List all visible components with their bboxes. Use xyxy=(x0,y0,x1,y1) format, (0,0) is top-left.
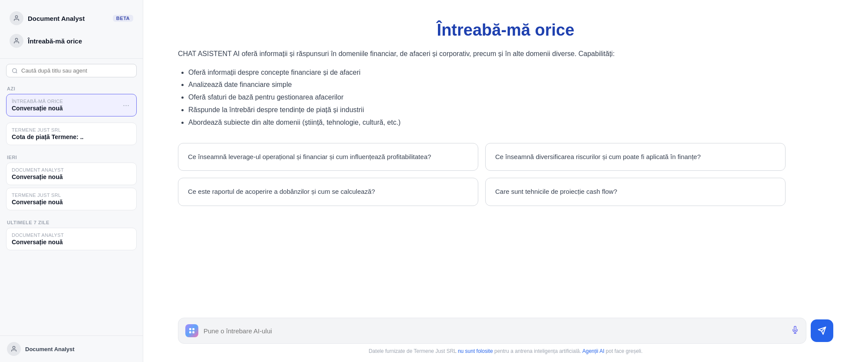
sidebar-section-today: Azi Întreabă-mă orice Conversație nouă ·… xyxy=(0,83,143,123)
conv-title-y1: Conversație nouă xyxy=(12,173,131,180)
send-button[interactable] xyxy=(811,319,833,342)
sidebar-section-yesterday: Ieri Document Analyst Conversație nouă T… xyxy=(0,151,143,216)
conv-agent-termene: TERMENE JUST SRL xyxy=(12,127,131,133)
search-input[interactable] xyxy=(21,67,131,74)
suggestion-card-2[interactable]: Ce este raportul de acoperire a dobânzil… xyxy=(178,178,478,206)
sidebar: Document Analyst BETA Întreabă-mă orice … xyxy=(0,0,143,362)
svg-point-4 xyxy=(13,346,15,349)
suggestion-card-0[interactable]: Ce înseamnă leverage-ul operațional și f… xyxy=(178,143,478,171)
svg-point-2 xyxy=(13,68,16,72)
conv-item-inner-l1: Document Analyst Conversație nouă xyxy=(12,232,131,246)
conv-agent-y1: Document Analyst xyxy=(12,167,131,173)
section-label-today: Azi xyxy=(6,83,137,94)
conv-item-termene[interactable]: TERMENE JUST SRL Cota de piață Termene: … xyxy=(6,123,137,145)
sidebar-bottom-label: Document Analyst xyxy=(25,346,75,352)
section-label-yesterday: Ieri xyxy=(6,151,137,163)
footer-text-end: pot face greșeli. xyxy=(604,348,642,354)
svg-rect-8 xyxy=(192,331,194,333)
sidebar-nav-ask-anything[interactable]: Întreabă-mă orice xyxy=(7,30,136,51)
capabilities-list: Oferă informații despre concepte financi… xyxy=(178,66,833,129)
list-item: Răspunde la întrebări despre tendințe de… xyxy=(188,104,833,116)
sidebar-top: Document Analyst BETA Întreabă-mă orice xyxy=(0,0,143,59)
conv-title: Conversație nouă xyxy=(12,105,118,112)
footer-link-not-used[interactable]: nu sunt folosite xyxy=(458,348,493,354)
document-analyst-avatar-icon xyxy=(10,11,23,25)
svg-rect-6 xyxy=(192,328,194,330)
chat-footer: Datele furnizate de Termene Just SRL nu … xyxy=(178,348,833,354)
suggestion-card-1[interactable]: Ce înseamnă diversificarea riscurilor și… xyxy=(485,143,786,171)
main-description: CHAT ASISTENT AI oferă informații și răs… xyxy=(178,48,786,60)
conv-title-l1: Conversație nouă xyxy=(12,239,131,246)
suggestion-card-3[interactable]: Care sunt tehnicile de proiecție cash fl… xyxy=(485,178,786,206)
footer-text-after: pentru a antrena inteligența artificială… xyxy=(493,348,582,354)
send-icon xyxy=(818,326,826,335)
chat-ai-icon xyxy=(185,324,198,337)
sidebar-section-last7: Ultimele 7 zile Document Analyst Convers… xyxy=(0,216,143,256)
nav-ask-avatar-icon xyxy=(10,34,23,48)
section-label-last7: Ultimele 7 zile xyxy=(6,216,137,228)
sidebar-bottom-avatar xyxy=(7,342,21,356)
main-area: Întreabă-mă orice CHAT ASISTENT AI oferă… xyxy=(143,0,868,362)
svg-point-0 xyxy=(15,16,17,18)
search-icon xyxy=(12,68,18,74)
conv-item-inner: Întreabă-mă orice Conversație nouă xyxy=(12,99,118,112)
list-item: Abordează subiecte din alte domenii (ști… xyxy=(188,116,833,129)
conv-item-inner-y1: Document Analyst Conversație nouă xyxy=(12,167,131,180)
conv-item-inner-termene: TERMENE JUST SRL Cota de piață Termene: … xyxy=(12,127,131,140)
conv-title-y2: Conversație nouă xyxy=(12,199,131,206)
sidebar-search-container xyxy=(0,59,143,83)
chat-input-box xyxy=(178,318,806,344)
conv-item-yesterday-1[interactable]: Document Analyst Conversație nouă xyxy=(6,163,137,185)
conv-item-inner-y2: TERMENE JUST SRL Conversație nouă xyxy=(12,193,131,206)
sidebar-app-label: Document Analyst xyxy=(28,15,108,22)
sidebar-section-termene: TERMENE JUST SRL Cota de piață Termene: … xyxy=(0,123,143,151)
chat-input-row xyxy=(178,318,833,344)
conv-item-yesterday-2[interactable]: TERMENE JUST SRL Conversație nouă xyxy=(6,188,137,210)
conv-agent-y2: TERMENE JUST SRL xyxy=(12,193,131,198)
svg-line-3 xyxy=(16,72,17,73)
conv-title-termene: Cota de piață Termene: .. xyxy=(12,133,131,140)
conv-item-new-today[interactable]: Întreabă-mă orice Conversație nouă ··· xyxy=(6,94,137,116)
svg-point-1 xyxy=(15,38,17,40)
svg-rect-5 xyxy=(189,328,191,330)
beta-badge: BETA xyxy=(113,15,133,22)
suggestion-grid: Ce înseamnă leverage-ul operațional și f… xyxy=(178,143,786,206)
conv-item-last7-1[interactable]: Document Analyst Conversație nouă xyxy=(6,228,137,250)
chat-input-area: Datele furnizate de Termene Just SRL nu … xyxy=(143,312,868,362)
microphone-icon[interactable] xyxy=(791,326,799,336)
sidebar-search-box[interactable] xyxy=(6,64,137,77)
conv-more-button[interactable]: ··· xyxy=(121,100,131,111)
main-content: Întreabă-mă orice CHAT ASISTENT AI oferă… xyxy=(143,0,868,312)
chat-input[interactable] xyxy=(204,327,786,335)
footer-text-before: Datele furnizate de Termene Just SRL xyxy=(368,348,457,354)
sidebar-bottom: Document Analyst xyxy=(0,335,143,362)
page-title: Întreabă-mă orice xyxy=(178,21,833,40)
sidebar-app-document-analyst[interactable]: Document Analyst BETA xyxy=(7,8,136,29)
svg-rect-7 xyxy=(189,331,191,333)
list-item: Analizează date financiare simple xyxy=(188,79,833,91)
list-item: Oferă informații despre concepte financi… xyxy=(188,66,833,79)
footer-link-agents[interactable]: Agenții AI xyxy=(582,348,605,354)
conv-agent-l1: Document Analyst xyxy=(12,232,131,238)
sidebar-nav-label: Întreabă-mă orice xyxy=(28,37,133,45)
conv-agent-name: Întreabă-mă orice xyxy=(12,99,118,104)
list-item: Oferă sfaturi de bază pentru gestionarea… xyxy=(188,91,833,104)
